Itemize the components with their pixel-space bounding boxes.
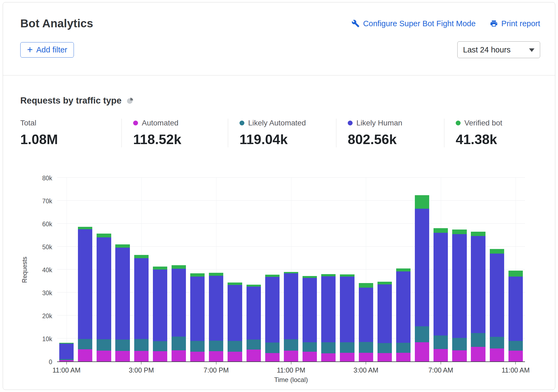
bar-segment-automated[interactable] [452,350,467,361]
bar-segment-likely-human[interactable] [378,284,392,343]
bar-segment-likely-automated[interactable] [378,343,392,353]
bar-segment-automated[interactable] [284,351,298,361]
bar-segment-verified-bot[interactable] [59,343,74,344]
bar-segment-likely-automated[interactable] [228,341,242,352]
bar-segment-verified-bot[interactable] [378,282,392,284]
bar-segment-likely-automated[interactable] [471,333,485,347]
bar-segment-automated[interactable] [508,351,523,361]
bar-segment-verified-bot[interactable] [396,268,411,271]
bar-segment-likely-automated[interactable] [415,326,429,342]
bar-segment-likely-automated[interactable] [78,339,92,349]
bar-segment-verified-bot[interactable] [97,234,111,237]
bar-segment-likely-automated[interactable] [303,342,317,352]
bar-segment-automated[interactable] [228,352,242,361]
bar-segment-likely-automated[interactable] [434,335,448,349]
bar-segment-verified-bot[interactable] [209,273,223,276]
bar-segment-automated[interactable] [396,353,411,361]
bar-segment-verified-bot[interactable] [434,228,448,233]
bar-segment-automated[interactable] [340,353,354,361]
bar-segment-likely-automated[interactable] [59,359,74,360]
bar-segment-verified-bot[interactable] [115,244,130,248]
bar-segment-likely-human[interactable] [396,271,411,343]
print-report-link[interactable]: Print report [490,19,540,28]
bar-segment-verified-bot[interactable] [471,232,485,236]
bar-segment-likely-human[interactable] [340,277,354,342]
bar-segment-automated[interactable] [471,347,485,361]
bar-segment-automated[interactable] [59,360,74,361]
bar-segment-likely-human[interactable] [490,254,504,337]
bar-segment-verified-bot[interactable] [172,265,186,269]
bar-segment-likely-automated[interactable] [508,341,523,351]
bar-segment-likely-automated[interactable] [490,337,504,348]
bar-segment-likely-automated[interactable] [396,343,411,353]
bar-segment-likely-human[interactable] [172,269,186,337]
bar-segment-likely-automated[interactable] [134,339,149,351]
bar-segment-verified-bot[interactable] [359,283,373,288]
bar-segment-verified-bot[interactable] [340,274,354,277]
bar-segment-verified-bot[interactable] [228,283,242,285]
bar-segment-automated[interactable] [190,352,205,361]
bar-segment-verified-bot[interactable] [303,276,317,278]
bar-segment-likely-automated[interactable] [452,338,467,350]
bar-segment-automated[interactable] [490,348,504,361]
bar-segment-verified-bot[interactable] [452,230,467,234]
bar-segment-likely-human[interactable] [452,234,467,338]
bar-segment-likely-automated[interactable] [265,343,280,353]
bar-segment-verified-bot[interactable] [78,227,92,229]
bar-segment-likely-human[interactable] [303,278,317,342]
bar-segment-automated[interactable] [78,349,92,361]
bar-segment-likely-automated[interactable] [359,342,373,353]
bar-segment-automated[interactable] [247,350,261,361]
bar-segment-likely-human[interactable] [115,248,130,340]
bar-segment-likely-automated[interactable] [340,342,354,353]
bar-segment-likely-automated[interactable] [209,341,223,351]
bar-segment-likely-automated[interactable] [190,341,205,352]
bar-segment-verified-bot[interactable] [415,195,429,209]
bar-segment-automated[interactable] [172,350,186,361]
bar-segment-automated[interactable] [97,351,111,361]
bar-segment-likely-automated[interactable] [153,341,167,351]
bar-segment-automated[interactable] [434,349,448,361]
bar-segment-automated[interactable] [153,351,167,361]
bar-segment-verified-bot[interactable] [190,273,205,276]
bar-segment-automated[interactable] [303,352,317,361]
bar-segment-automated[interactable] [265,353,280,361]
bar-segment-verified-bot[interactable] [265,275,280,277]
bar-segment-automated[interactable] [321,353,336,361]
bar-segment-likely-human[interactable] [284,273,298,339]
bar-segment-likely-automated[interactable] [247,340,261,350]
bar-segment-likely-human[interactable] [190,277,205,341]
bar-segment-verified-bot[interactable] [508,271,523,276]
bar-segment-likely-human[interactable] [321,276,336,343]
bar-segment-automated[interactable] [378,353,392,361]
bar-segment-automated[interactable] [209,351,223,361]
bar-segment-likely-human[interactable] [434,233,448,335]
bar-segment-automated[interactable] [115,351,130,361]
bar-segment-likely-human[interactable] [508,277,523,341]
time-range-select[interactable]: Last 24 hours [457,41,540,58]
bar-segment-likely-human[interactable] [471,236,485,333]
bar-segment-verified-bot[interactable] [490,249,504,254]
bar-segment-likely-human[interactable] [265,277,280,343]
bar-segment-likely-human[interactable] [415,209,429,326]
bar-segment-automated[interactable] [359,353,373,361]
bar-segment-likely-human[interactable] [134,258,149,339]
bar-segment-verified-bot[interactable] [134,255,149,258]
bar-segment-automated[interactable] [134,351,149,361]
bar-segment-likely-human[interactable] [209,276,223,341]
bar-segment-verified-bot[interactable] [321,274,336,276]
bar-segment-likely-human[interactable] [59,344,74,359]
bar-segment-likely-automated[interactable] [115,340,130,351]
bar-segment-verified-bot[interactable] [153,267,167,270]
bar-segment-likely-human[interactable] [247,287,261,340]
bar-segment-verified-bot[interactable] [284,272,298,274]
bar-segment-verified-bot[interactable] [247,285,261,287]
bar-segment-automated[interactable] [415,342,429,361]
add-filter-button[interactable]: + Add filter [20,42,74,58]
bar-segment-likely-automated[interactable] [172,337,186,350]
bar-segment-likely-human[interactable] [153,270,167,341]
bar-segment-likely-automated[interactable] [97,339,111,351]
bar-segment-likely-automated[interactable] [321,342,336,353]
bar-segment-likely-human[interactable] [228,285,242,341]
configure-super-bot-fight-mode-link[interactable]: Configure Super Bot Fight Mode [352,19,476,28]
